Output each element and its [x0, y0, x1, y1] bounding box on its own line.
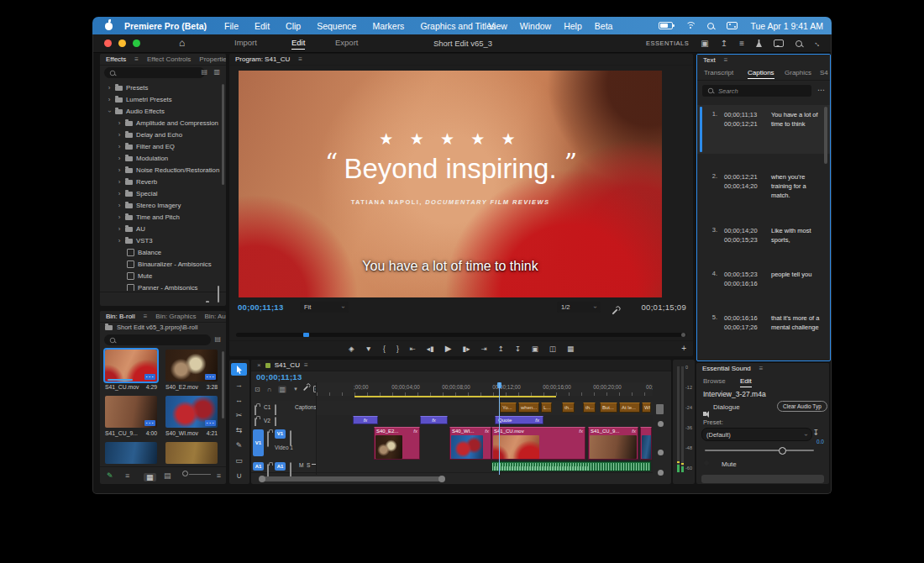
menu-sequence[interactable]: Sequence	[317, 21, 356, 31]
clip-name[interactable]: S40_WI.mov	[165, 430, 198, 436]
timeline-ruler[interactable]: ;00;00 00;00;04;00 00;00;08;00 00;00;12;…	[317, 382, 653, 396]
caption-row-5[interactable]: 5. 00;00;16;1600;00;17;26 that it’s more…	[697, 310, 830, 354]
button-editor-icon[interactable]: +	[681, 344, 686, 353]
volume-slider[interactable]	[705, 450, 814, 451]
tab-export[interactable]: Export	[335, 38, 358, 47]
caption-timecodes[interactable]: 00;00;15;2300;00;16;16	[724, 270, 758, 288]
tab-captions[interactable]: Captions	[748, 69, 774, 79]
tab-properties[interactable]: Propertie	[199, 55, 226, 63]
bin-item-s41-cu[interactable]: ▪ ▪ ▪	[105, 350, 157, 381]
close-window-button[interactable]	[104, 39, 112, 47]
caption-clip[interactable]: At le...	[619, 403, 640, 413]
tab-transcript[interactable]: Transcript	[704, 69, 733, 76]
multi-camera-icon[interactable]: ▦	[567, 345, 574, 353]
comments-icon[interactable]	[774, 39, 784, 47]
more-options-icon[interactable]: ⋯	[817, 86, 825, 94]
fit-dropdown[interactable]: Fit›	[300, 302, 349, 313]
tree-item-lumetri-presets[interactable]: ›Lumetri Presets	[100, 94, 226, 105]
caption-text[interactable]: when you’re training for a match.	[771, 172, 820, 200]
rectangle-tool[interactable]: ▭	[231, 454, 247, 466]
lift-icon[interactable]: ↥	[498, 345, 504, 353]
caption-row-2[interactable]: 2. 00;00;12;2100;00;14;20 when you’re tr…	[697, 169, 830, 213]
minimize-window-button[interactable]	[118, 39, 126, 47]
track-v2[interactable]: fx fx Quotefx	[317, 415, 653, 427]
tree-item-binauralizer[interactable]: Binauralizer - Ambisonics	[100, 259, 226, 270]
clip-name[interactable]: S40_E2.mov	[165, 384, 198, 390]
menu-help[interactable]: Help	[564, 21, 582, 31]
insert-nest-icon[interactable]: ⊡	[255, 386, 260, 393]
caption-text[interactable]: You have a lot of time to think	[771, 110, 820, 129]
caption-timecodes[interactable]: 00;00;14;2000;00;15;23	[724, 226, 758, 245]
menu-view[interactable]: View	[488, 21, 507, 31]
track-header-v2[interactable]: V2	[251, 415, 316, 427]
caption-row-4[interactable]: 4. 00;00;15;2300;00;16;16 people tell yo…	[697, 266, 830, 302]
app-menu[interactable]: Premiere Pro (Beta)	[124, 21, 207, 31]
freeform-view-icon[interactable]: ▤	[164, 471, 171, 480]
control-center-icon[interactable]	[727, 22, 738, 29]
extract-icon[interactable]: ↧	[515, 345, 521, 353]
tree-item-audio-effects[interactable]: ›Audio Effects	[100, 106, 226, 117]
collapsed-captions-indicator[interactable]	[656, 404, 664, 414]
panel-menu-icon[interactable]: ≡	[134, 55, 139, 63]
menu-window[interactable]: Window	[520, 21, 551, 31]
tab-sequence[interactable]: S41_CU	[275, 361, 300, 369]
program-timecode[interactable]: 00;00;11;13	[238, 303, 284, 312]
video-clip-s41-cu-9[interactable]: S41_CU_9...fx	[588, 427, 638, 460]
caption-timecodes[interactable]: 00;00;16;1600;00;17;26	[724, 313, 758, 332]
tree-item-balance[interactable]: Balance	[100, 247, 226, 258]
slip-tool[interactable]: ⇆	[231, 424, 247, 436]
tab-import[interactable]: Import	[234, 38, 257, 47]
go-to-out-icon[interactable]: ⇥	[480, 345, 486, 353]
zoom-slider-handle[interactable]	[182, 471, 188, 476]
caption-text[interactable]: Like with most sports,	[771, 226, 820, 245]
caption-row-3[interactable]: 3. 00;00;14;2000;00;15;23 Like with most…	[697, 223, 830, 258]
spotlight-search-icon[interactable]	[707, 23, 714, 29]
bin-item-s40-wi[interactable]: ▪ ▪ ▪	[165, 396, 218, 428]
panel-menu-icon[interactable]: ≡	[144, 313, 148, 320]
tree-item-filter-eq[interactable]: ›Filter and EQ	[100, 141, 226, 152]
step-forward-icon[interactable]: ▮▸	[463, 345, 470, 353]
new-search-bin-icon[interactable]: ▤	[214, 335, 221, 343]
timeline-clip-area[interactable]: ;00;00 00;00;04;00 00;00;08;00 00;00;12;…	[316, 382, 653, 475]
caption-text[interactable]: that it’s more of a mental challenge	[771, 313, 820, 332]
play-icon[interactable]: ▶	[445, 344, 452, 353]
search-icon[interactable]	[795, 40, 802, 47]
source-patch-v1[interactable]: V1	[253, 429, 264, 456]
clear-audio-type-button[interactable]: Clear Audio Typ	[777, 401, 827, 412]
caption-clip[interactable]: Yo...	[500, 403, 517, 413]
gain-value[interactable]: 0.0	[816, 439, 824, 445]
menubar-clock[interactable]: Tue Apr 1 9:41 AM	[750, 21, 823, 31]
list-view-icon[interactable]: ≡	[125, 471, 129, 480]
track-c1[interactable]: Yo... when... L... th... th... But... At…	[317, 401, 653, 416]
graphic-clip-quote[interactable]: Quotefx	[495, 416, 543, 424]
close-sequence-icon[interactable]: ×	[257, 361, 261, 369]
volume-slider-handle[interactable]	[779, 447, 786, 455]
tab-edit[interactable]: Edit	[291, 38, 305, 50]
pencil-icon[interactable]: ✎	[107, 471, 113, 480]
menu-graphics-titles[interactable]: Graphics and Titles	[420, 21, 496, 31]
menu-markers[interactable]: Markers	[372, 21, 404, 31]
workspaces-icon[interactable]: ≡	[739, 39, 744, 48]
sort-icon[interactable]: ≡	[217, 471, 221, 480]
comparison-view-icon[interactable]: ◫	[549, 345, 556, 353]
mark-out-icon[interactable]: }	[396, 345, 399, 353]
audio-clip-interview[interactable]	[491, 461, 651, 471]
mute-track-button[interactable]: M	[299, 462, 303, 468]
breadcrumb[interactable]: Short Edit v65_3.prproj\B-roll	[105, 324, 197, 331]
tree-item-noise-reduction[interactable]: ›Noise Reduction/Restoration	[100, 165, 226, 176]
add-marker-icon[interactable]: ▼	[293, 387, 298, 392]
track-badge-a1[interactable]: A1	[275, 462, 286, 471]
playback-resolution-dropdown[interactable]: 1/2›	[557, 302, 601, 313]
fullscreen-icon[interactable]: ↔	[812, 37, 825, 50]
tab-edit[interactable]: Edit	[740, 377, 752, 387]
track-a1[interactable]	[317, 460, 653, 473]
tree-item-amplitude[interactable]: ›Amplitude and Compression	[100, 118, 226, 129]
menu-beta[interactable]: Beta	[595, 21, 613, 31]
tree-item-special[interactable]: ›Special	[100, 188, 226, 199]
share-icon[interactable]: ↥	[721, 39, 727, 48]
track-select-forward-tool[interactable]: →	[231, 378, 247, 391]
tree-item-modulation[interactable]: ›Modulation	[100, 153, 226, 164]
razor-tool[interactable]: ✂	[231, 408, 247, 421]
settings-wrench-icon[interactable]	[614, 303, 616, 318]
caption-clip[interactable]: th...	[583, 403, 596, 413]
